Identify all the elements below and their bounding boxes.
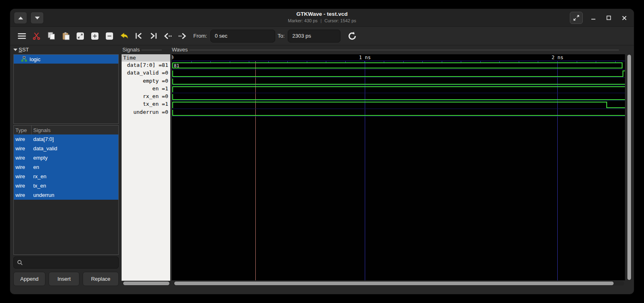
close-icon: [622, 15, 627, 21]
action-buttons: Append Insert Replace: [13, 272, 119, 286]
wave-lane-empty[interactable]: [172, 78, 625, 85]
bus-segment: 81: [172, 62, 623, 68]
cursor-status: Cursor: 1542 ps: [324, 18, 356, 23]
bit-transition: [172, 110, 173, 116]
append-button[interactable]: Append: [13, 272, 45, 286]
wave-lane-rx_en[interactable]: [172, 93, 625, 101]
sst-tree: logic: [13, 54, 119, 124]
from-label: From:: [193, 33, 207, 39]
wave-lane-tx_en[interactable]: [172, 101, 625, 109]
cell-type: wire: [14, 173, 32, 179]
search-input[interactable]: [25, 260, 118, 266]
cell-signal: en: [32, 164, 39, 170]
timescale-label: 1 ns: [359, 55, 371, 60]
signals-frame-label: Signals: [122, 47, 162, 53]
find-prev-edge-button[interactable]: [162, 30, 174, 42]
sst-label: SST: [19, 47, 29, 53]
table-row[interactable]: wiredata_valid: [14, 144, 118, 153]
cell-type: wire: [14, 145, 32, 152]
from-input[interactable]: [210, 30, 275, 43]
copy-button[interactable]: [45, 30, 57, 42]
wave-lane-data_valid[interactable]: [172, 70, 625, 77]
wave-lane-data[7:0][interactable]: 81: [172, 62, 625, 70]
goto-start-icon: [135, 32, 143, 39]
replace-button[interactable]: Replace: [83, 272, 119, 286]
table-row[interactable]: wireen: [14, 162, 118, 172]
signal-name-row[interactable]: underrun =0: [122, 109, 170, 116]
cell-type: wire: [14, 192, 32, 198]
signal-name-row[interactable]: rx_en =0: [122, 93, 170, 100]
signal-name-row[interactable]: tx_en =1: [122, 100, 170, 108]
move-trace-up-button[interactable]: [14, 12, 27, 24]
cell-type: wire: [14, 155, 32, 161]
window-title: GTKWave - test.vcd: [10, 11, 634, 17]
zoom-in-button[interactable]: [89, 30, 101, 42]
signal-search-box: [13, 256, 119, 269]
insert-button[interactable]: Insert: [49, 272, 79, 286]
menu-icon: [18, 33, 26, 39]
signal-name-row[interactable]: en =1: [122, 85, 170, 93]
goto-start-button[interactable]: [133, 30, 145, 42]
maximize-icon: [606, 15, 611, 20]
menu-button[interactable]: [16, 30, 28, 42]
maximize-button[interactable]: [604, 12, 614, 24]
column-header-type[interactable]: Type: [14, 126, 32, 134]
bit-transition: [172, 94, 173, 100]
find-next-edge-button[interactable]: [176, 30, 188, 42]
move-trace-down-button[interactable]: [30, 12, 44, 24]
bit-segment: [172, 86, 625, 87]
wave-lane-underrun[interactable]: [172, 109, 625, 117]
bus-value-label: 81: [174, 63, 179, 68]
signals-hscrollbar[interactable]: [122, 281, 170, 286]
reload-icon: [348, 32, 357, 41]
wave-lane-en[interactable]: [172, 85, 625, 93]
search-icon: [17, 260, 23, 265]
cut-button[interactable]: [30, 30, 43, 42]
waves-hscrollbar[interactable]: [173, 281, 624, 286]
minimize-button[interactable]: [588, 12, 598, 24]
table-row[interactable]: wireunderrun: [14, 190, 118, 200]
to-input[interactable]: [288, 30, 340, 43]
wave-timescale: 01 ns2 ns: [172, 54, 625, 61]
tree-item-logic[interactable]: logic: [14, 55, 118, 64]
goto-end-button[interactable]: [147, 30, 159, 42]
bit-segment: [172, 76, 623, 77]
table-header: Type Signals: [14, 126, 118, 134]
cell-signal: tx_en: [32, 183, 46, 189]
zoom-out-button[interactable]: [103, 30, 116, 42]
tree-item-label: logic: [30, 56, 41, 62]
main-content: SST logic Type Signals wired: [10, 46, 634, 294]
zoom-fit-icon: [76, 32, 84, 40]
to-label: To:: [278, 33, 285, 39]
table-row[interactable]: wirerx_en: [14, 172, 118, 181]
status-separator: |: [321, 18, 322, 23]
signals-panel: Time data[7:0] =81 data_valid =0 empty =…: [122, 54, 170, 281]
wave-canvas[interactable]: 01 ns2 ns 81: [172, 54, 625, 280]
zoom-fit-button[interactable]: [74, 30, 86, 42]
sst-expander[interactable]: SST: [13, 47, 29, 53]
cell-signal: data[7:0]: [32, 136, 54, 142]
reload-button[interactable]: [346, 30, 358, 42]
toolbar: From: To:: [10, 27, 634, 45]
zoom-in-icon: [91, 32, 99, 40]
cell-signal: rx_en: [32, 173, 47, 179]
close-button[interactable]: [619, 12, 629, 24]
signal-search-table: Type Signals wiredata[7:0] wiredata_vali…: [13, 125, 119, 255]
paste-button[interactable]: [60, 30, 72, 42]
table-row[interactable]: wiretx_en: [14, 181, 118, 190]
signal-name-row[interactable]: empty =0: [122, 77, 170, 85]
bit-transition: [172, 79, 173, 85]
timescale-label: 2 ns: [552, 55, 563, 60]
waves-vscrollbar[interactable]: [627, 54, 631, 280]
undo-button[interactable]: [118, 30, 130, 42]
table-row[interactable]: wireempty: [14, 153, 118, 162]
cell-signal: data_valid: [32, 145, 57, 152]
bit-segment: [606, 107, 625, 108]
column-header-signals[interactable]: Signals: [32, 127, 51, 133]
signal-name-row[interactable]: data[7:0] =81: [122, 62, 170, 69]
bit-segment: [172, 84, 625, 85]
table-row[interactable]: wiredata[7:0]: [14, 134, 118, 144]
triangle-up-icon: [18, 17, 23, 19]
fullscreen-button[interactable]: [570, 12, 583, 24]
signal-name-row[interactable]: data_valid =0: [122, 69, 170, 77]
